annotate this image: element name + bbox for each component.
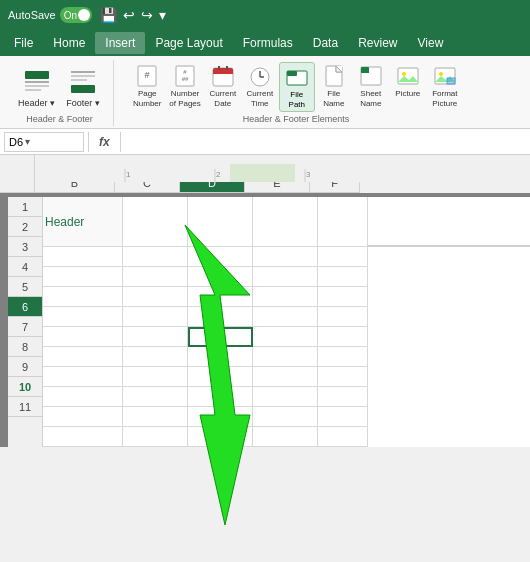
cell-e1[interactable] (253, 197, 318, 247)
cell-d8[interactable] (188, 367, 253, 387)
cell-b6[interactable] (43, 327, 123, 347)
grid-row-6 (43, 327, 530, 347)
cell-c3[interactable] (123, 267, 188, 287)
cell-e6[interactable] (253, 327, 318, 347)
cell-c9[interactable] (123, 387, 188, 407)
format-picture-label: FormatPicture (432, 89, 457, 108)
formula-separator (88, 132, 89, 152)
cell-c5[interactable] (123, 307, 188, 327)
cell-e8[interactable] (253, 367, 318, 387)
format-picture-button[interactable]: FormatPicture (427, 62, 463, 112)
cell-b2[interactable] (43, 247, 123, 267)
cell-c4[interactable] (123, 287, 188, 307)
sheet-name-button[interactable]: SheetName (353, 62, 389, 112)
cell-b3[interactable] (43, 267, 123, 287)
grid-row-9 (43, 387, 530, 407)
redo-icon[interactable]: ↪ (141, 7, 153, 23)
cell-e2[interactable] (253, 247, 318, 267)
undo-icon[interactable]: ↩ (123, 7, 135, 23)
save-icon[interactable]: 💾 (100, 7, 117, 23)
ribbon: Header ▾ Footer ▾ Header & Footer # Pa (0, 56, 530, 129)
row-num-7: 7 (8, 317, 42, 337)
cell-f6[interactable] (318, 327, 368, 347)
cell-c11[interactable] (123, 427, 188, 447)
header-footer-group-label: Header & Footer (26, 114, 93, 124)
cell-d4[interactable] (188, 287, 253, 307)
cell-c6[interactable] (123, 327, 188, 347)
cell-e3[interactable] (253, 267, 318, 287)
cell-b1[interactable]: Header (43, 197, 123, 247)
cell-e11[interactable] (253, 427, 318, 447)
current-time-button[interactable]: CurrentTime (242, 62, 278, 112)
file-name-button[interactable]: FileName (316, 62, 352, 112)
cell-f7[interactable] (318, 347, 368, 367)
name-box-dropdown-icon[interactable]: ▾ (25, 136, 30, 147)
menu-home[interactable]: Home (43, 32, 95, 54)
cell-b10[interactable] (43, 407, 123, 427)
cell-d3[interactable] (188, 267, 253, 287)
menu-review[interactable]: Review (348, 32, 407, 54)
footer-button[interactable]: Footer ▾ (61, 62, 105, 112)
cell-b11[interactable] (43, 427, 123, 447)
cell-d5[interactable] (188, 307, 253, 327)
menu-page-layout[interactable]: Page Layout (145, 32, 232, 54)
svg-rect-2 (25, 85, 49, 87)
cell-b5[interactable] (43, 307, 123, 327)
cell-c7[interactable] (123, 347, 188, 367)
cell-f8[interactable] (318, 367, 368, 387)
fx-button[interactable]: fx (93, 133, 116, 151)
row-numbers: 1 2 3 4 5 6 7 8 9 10 11 (8, 197, 43, 447)
cell-d6[interactable] (188, 327, 253, 347)
cell-f3[interactable] (318, 267, 368, 287)
cell-b4[interactable] (43, 287, 123, 307)
formula-separator-2 (120, 132, 121, 152)
cell-d1[interactable] (188, 197, 253, 247)
left-margin (0, 193, 8, 447)
cell-d7[interactable] (188, 347, 253, 367)
row-num-5: 5 (8, 277, 42, 297)
picture-label: Picture (395, 89, 420, 99)
cell-f9[interactable] (318, 387, 368, 407)
menu-formulas[interactable]: Formulas (233, 32, 303, 54)
quick-access-dropdown-icon[interactable]: ▾ (159, 7, 166, 23)
cell-b8[interactable] (43, 367, 123, 387)
cell-f4[interactable] (318, 287, 368, 307)
menu-view[interactable]: View (408, 32, 454, 54)
formula-input[interactable] (125, 136, 526, 148)
menu-insert[interactable]: Insert (95, 32, 145, 54)
page-number-button[interactable]: # PageNumber (129, 62, 165, 112)
menu-data[interactable]: Data (303, 32, 348, 54)
cell-d2[interactable] (188, 247, 253, 267)
cell-b7[interactable] (43, 347, 123, 367)
picture-button[interactable]: Picture (390, 62, 426, 112)
cell-e9[interactable] (253, 387, 318, 407)
cell-f2[interactable] (318, 247, 368, 267)
cell-c1[interactable] (123, 197, 188, 247)
cell-d9[interactable] (188, 387, 253, 407)
current-date-label: CurrentDate (209, 89, 236, 108)
name-box[interactable]: D6 ▾ (4, 132, 84, 152)
col-header-spacer (0, 173, 35, 193)
cell-f11[interactable] (318, 427, 368, 447)
number-of-pages-button[interactable]: ### Numberof Pages (166, 62, 204, 112)
cell-c8[interactable] (123, 367, 188, 387)
cell-f10[interactable] (318, 407, 368, 427)
file-path-button[interactable]: FilePath (279, 62, 315, 112)
header-button[interactable]: Header ▾ (14, 62, 59, 112)
autosave-toggle[interactable]: On (60, 7, 92, 23)
cell-e7[interactable] (253, 347, 318, 367)
cell-f1[interactable] (318, 197, 368, 247)
cell-c10[interactable] (123, 407, 188, 427)
cell-e10[interactable] (253, 407, 318, 427)
cell-c2[interactable] (123, 247, 188, 267)
cell-d10[interactable] (188, 407, 253, 427)
row-num-10: 10 (8, 377, 42, 397)
menu-file[interactable]: File (4, 32, 43, 54)
cell-e4[interactable] (253, 287, 318, 307)
cell-e5[interactable] (253, 307, 318, 327)
cell-f5[interactable] (318, 307, 368, 327)
cell-b9[interactable] (43, 387, 123, 407)
current-date-button[interactable]: CurrentDate (205, 62, 241, 112)
cell-d11[interactable] (188, 427, 253, 447)
ribbon-group-header-footer: Header ▾ Footer ▾ Header & Footer (6, 60, 114, 126)
